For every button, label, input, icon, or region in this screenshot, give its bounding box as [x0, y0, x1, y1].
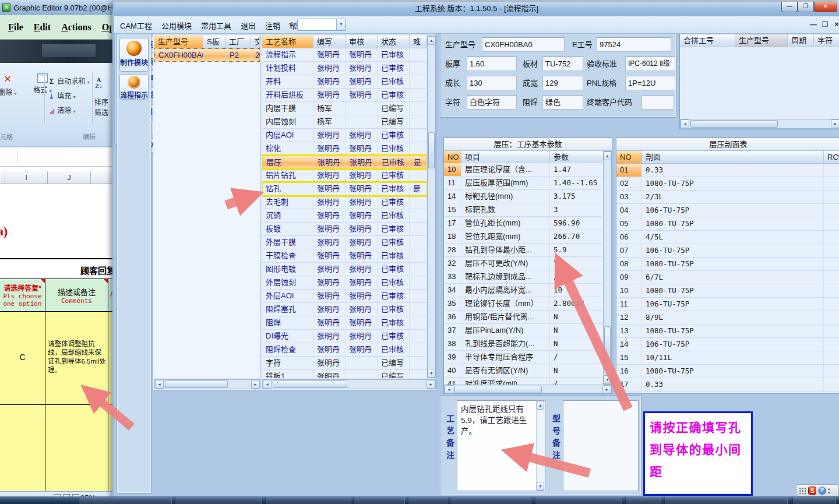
scroll-down-icon[interactable] [428, 369, 435, 378]
column-header-NO[interactable]: NO [616, 151, 642, 163]
menu-overflow-icon[interactable]: ▾ [289, 22, 291, 27]
delete-button[interactable]: ✕ 删除 ▾ [0, 72, 23, 108]
scroll-up-icon[interactable] [537, 401, 544, 410]
table-row[interactable]: 图形电镀张明丹张明丹已审核 [262, 263, 427, 276]
editor-menu-item-2[interactable]: Actions [61, 22, 91, 33]
scroll-down-icon[interactable] [604, 375, 611, 384]
table-row[interactable]: 131080-TU-75P [616, 325, 839, 338]
process-vertical-scrollbar[interactable] [427, 36, 436, 378]
column-header-参数[interactable]: 参数 [550, 151, 604, 163]
tray-grid-icon[interactable] [798, 487, 806, 494]
table-row[interactable]: 去毛刺张明丹张明丹已审核 [262, 196, 427, 209]
table-row[interactable]: 15标靶孔数3 [444, 203, 604, 217]
mdi-close-button[interactable] [832, 20, 839, 29]
taskbar-button[interactable] [625, 497, 661, 504]
scroll-right-icon[interactable] [602, 385, 611, 394]
table-row[interactable]: 170.33 [616, 378, 839, 392]
table-row[interactable]: 101080-TU-75P [616, 284, 839, 298]
minimize-button[interactable] [781, 2, 798, 12]
table-row[interactable]: DI曝光张明丹张明丹已审核 [262, 330, 427, 343]
column-header-生产型号[interactable]: 生产型号 [154, 36, 203, 48]
pnl-spec-field[interactable]: 1P=12U [625, 76, 675, 90]
table-row[interactable]: 字符张明丹已编写 [262, 357, 427, 370]
scroll-down-icon[interactable] [537, 482, 544, 491]
column-header-工艺名称[interactable]: 工艺名称 [262, 36, 313, 48]
column-header-交货日[interactable]: 交货日 [251, 36, 260, 48]
table-row[interactable]: 28钻孔到导体最小距...5.9 [444, 244, 604, 257]
table-row[interactable]: 14106-TU-75P [616, 338, 839, 351]
column-header-字符[interactable]: 字符 [814, 34, 839, 47]
soldermask-field[interactable]: 绿色 [542, 95, 583, 110]
combobox-dropdown-icon[interactable] [336, 19, 346, 30]
table-row[interactable]: 032/3L [616, 191, 839, 204]
reply-header-choose[interactable]: 请选择答复* Pls choose one option [0, 279, 45, 312]
scrollbar-thumb[interactable] [690, 120, 778, 128]
table-row[interactable]: 17管位孔距长(mm)596.90 [444, 217, 604, 230]
column-header-I[interactable]: I [5, 171, 48, 184]
table-row[interactable]: 128/9L [616, 311, 839, 325]
taskbar-button[interactable] [175, 497, 262, 504]
column-header-J[interactable]: J [48, 171, 91, 184]
column-header-编写[interactable]: 编写 [313, 36, 346, 48]
table-row[interactable]: 开料张明丹张明丹已审核 [262, 75, 427, 89]
table-row[interactable]: 34最小内层隔离环宽...10 [444, 284, 604, 297]
tray-expand-icons[interactable]: ▴▾ [828, 487, 830, 495]
reply-header-comments[interactable]: 描述或备注 Comments [45, 279, 108, 312]
sidebar-item-make-module[interactable]: 制作模块 [119, 38, 149, 72]
quick-search-combobox[interactable] [297, 19, 346, 31]
close-button[interactable] [814, 2, 837, 12]
scrollbar-thumb[interactable] [273, 380, 347, 388]
scrollbar-thumb[interactable] [165, 380, 228, 388]
table-row[interactable]: 021080-TU-75P [616, 177, 839, 191]
table-row[interactable]: 32层压不可更改(Y/N)Y [444, 257, 604, 270]
table-row[interactable]: 铣板1张明丹已编写 [262, 370, 427, 378]
sort-label[interactable]: 排序 [94, 97, 108, 107]
scroll-up-icon[interactable] [604, 151, 611, 160]
table-row[interactable]: 18管位孔距宽(mm)266.70 [444, 230, 604, 244]
table-row[interactable]: 开料后烘板张明丹张明丹已审核 [262, 89, 427, 102]
table-row[interactable]: 010.33 [616, 164, 839, 177]
scrollbar-thumb[interactable] [454, 386, 542, 393]
table-row[interactable]: 35理论铆钉长度（mm）2.80017 [444, 297, 604, 311]
column-header-状态[interactable]: 状态 [378, 36, 410, 48]
scrollbar-thumb[interactable] [604, 326, 611, 361]
table-row[interactable]: 板镀张明丹张明丹已审核 [262, 223, 427, 236]
taskbar-button[interactable] [535, 497, 622, 504]
scrollbar-thumb[interactable] [428, 132, 435, 168]
table-row[interactable]: 37层压PinLam(Y/N)N [444, 324, 604, 337]
production-horizontal-scrollbar[interactable] [154, 379, 260, 389]
table-row[interactable]: 161080-TU-75P [616, 365, 839, 378]
table-row[interactable]: 39半导体专用压合程序/ [444, 351, 604, 364]
app-menu-item-4[interactable]: 注销 [265, 20, 280, 31]
scroll-left-icon[interactable] [681, 119, 689, 128]
params-vertical-scrollbar[interactable] [603, 151, 612, 385]
table-row[interactable]: 064/5L [616, 231, 839, 244]
merge-horizontal-scrollbar[interactable] [680, 119, 839, 129]
table-row[interactable]: 层压张明丹张明丹已审核是 [262, 156, 427, 169]
acceptance-standard-field[interactable]: IPC-6012 Ⅱ级 [625, 57, 675, 71]
table-row[interactable]: 阻焊检查张明丹张明丹已审核 [262, 343, 427, 357]
table-row[interactable]: 38孔到线是否超能力(...N [444, 337, 604, 351]
scroll-left-icon[interactable] [155, 380, 164, 389]
scroll-left-icon[interactable] [263, 380, 272, 389]
taskbar-button[interactable] [79, 497, 172, 504]
table-row[interactable]: 14标靶孔径(mm)3.175 [444, 190, 604, 203]
editor-title-bar[interactable]: ✕ Graphic Editor 9.07b2 (00@H [0, 0, 114, 15]
column-header-S板[interactable]: S板 [203, 36, 225, 48]
table-row[interactable]: 内层干膜杨军已编写 [262, 102, 427, 115]
table-row[interactable]: 内层AOI张明丹张明丹已审核 [262, 129, 427, 142]
table-row[interactable]: 081080-TU-75P [616, 258, 839, 271]
reply-empty-cell[interactable] [45, 405, 108, 491]
table-row[interactable]: CX0FH00BA0P22016/ [154, 48, 260, 62]
column-header-难[interactable]: 难 [410, 36, 427, 48]
tray-help-icon[interactable]: ? [818, 487, 826, 495]
table-row[interactable]: 计划投料张明丹张明丹已审核 [262, 62, 427, 75]
editor-menu-item-0[interactable]: File [8, 22, 23, 33]
scroll-right-icon[interactable] [426, 380, 435, 389]
process-note-textarea[interactable]: 内层钻孔距线只有5.9，请工艺跟进生产。 [457, 400, 545, 491]
table-row[interactable]: 铝片钻孔张明丹张明丹已审核 [262, 169, 427, 182]
app-title-bar[interactable]: 工程系统 版本：1.1.50.5 - [流程指示] [114, 2, 839, 16]
table-row[interactable]: 41对准度要求(mil)/ [444, 378, 604, 385]
table-row[interactable]: 33靶标孔边缘到成品.../ [444, 270, 604, 284]
scroll-up-icon[interactable] [428, 36, 435, 45]
